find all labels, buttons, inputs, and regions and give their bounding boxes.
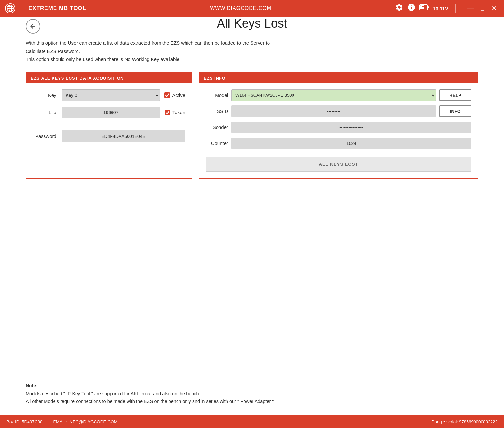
settings-icon[interactable]: [395, 3, 403, 13]
header-area: All Keys Lost: [26, 17, 478, 36]
maximize-button[interactable]: □: [479, 5, 486, 12]
svg-rect-6: [420, 5, 424, 9]
info-button[interactable]: INFO: [439, 105, 471, 117]
model-select[interactable]: W164 HSCAN KW2C3PE B500: [231, 89, 436, 101]
title-bar-right: 13.11V — □ ✕: [395, 3, 499, 13]
key-row: Key: Key 0 Key 1 Key 2 Active: [33, 89, 185, 101]
panels-row: EZS ALL KEYS LOST DATA ACQUISITION Key: …: [26, 72, 478, 179]
sonder-row: Sonder: [206, 122, 471, 133]
description-text: With this option the User can create a l…: [26, 39, 478, 63]
all-keys-lost-button[interactable]: ALL KEYS LOST: [206, 157, 471, 172]
app-name: EXTREME MB TOOL: [29, 5, 86, 12]
description-line3: This option should only be used when the…: [26, 56, 181, 62]
minimize-button[interactable]: —: [465, 5, 475, 12]
note-line2: All other Models require connections to …: [26, 399, 274, 404]
life-row: Life: Taken: [33, 107, 185, 118]
dongle-serial: Dongle serial: 9785690000002222: [432, 419, 498, 424]
title-bar-website: WWW.DIAGCODE.COM: [86, 5, 395, 11]
status-divider1: [48, 418, 48, 425]
counter-label: Counter: [206, 140, 228, 146]
right-panel: EZS INFO Model W164 HSCAN KW2C3PE B500 H…: [199, 72, 478, 179]
note-line1: Models described " IR Key Tool " are sup…: [26, 391, 200, 396]
life-input[interactable]: [62, 107, 160, 118]
help-button[interactable]: HELP: [439, 89, 471, 101]
box-id: Box ID: 5D497C30: [6, 419, 43, 424]
main-content: All Keys Lost With this option the User …: [0, 17, 504, 415]
model-label: Model: [206, 92, 228, 98]
page-title: All Keys Lost: [40, 17, 464, 30]
counter-row: Counter: [206, 138, 471, 149]
info-icon[interactable]: [407, 3, 416, 13]
title-bar-divider2: [455, 4, 456, 13]
status-email: EMAIL: INFO@DIAGCODE.COM: [53, 419, 421, 424]
sonder-label: Sonder: [206, 124, 228, 130]
active-checkbox-group: Active: [164, 92, 185, 98]
form-spacer: [33, 124, 185, 130]
life-label: Life:: [33, 110, 62, 115]
password-row: Password:: [33, 130, 185, 142]
description-line2: Calculate EZS Password.: [26, 48, 80, 54]
back-button[interactable]: [26, 19, 40, 34]
key-select[interactable]: Key 0 Key 1 Key 2: [62, 89, 160, 101]
taken-checkbox[interactable]: [165, 110, 170, 115]
note-text: Note: Models described " IR Key Tool " a…: [26, 382, 478, 406]
battery-icon: [419, 4, 429, 13]
left-panel-header: EZS ALL KEYS LOST DATA ACQUISITION: [26, 73, 192, 83]
globe-icon: [5, 3, 15, 13]
svg-rect-7: [427, 6, 429, 8]
taken-checkbox-group: Taken: [165, 110, 185, 115]
model-row: Model W164 HSCAN KW2C3PE B500 HELP: [206, 89, 471, 101]
title-bar-divider: [22, 4, 22, 13]
status-bar: Box ID: 5D497C30 EMAIL: INFO@DIAGCODE.CO…: [0, 415, 504, 428]
description-line1: With this option the User can create a l…: [26, 40, 270, 46]
active-checkbox[interactable]: [164, 92, 170, 98]
voltage-display: 13.11V: [433, 6, 448, 11]
window-controls: — □ ✕: [465, 5, 499, 12]
left-panel: EZS ALL KEYS LOST DATA ACQUISITION Key: …: [26, 72, 192, 179]
active-label: Active: [172, 92, 185, 98]
note-section: Note: Models described " IR Key Tool " a…: [26, 179, 478, 415]
left-panel-body: Key: Key 0 Key 1 Key 2 Active Life:: [26, 83, 192, 154]
ssid-label: SSID: [206, 108, 228, 114]
note-label: Note:: [26, 383, 37, 388]
ssid-row: SSID INFO: [206, 105, 471, 117]
title-bar-left: EXTREME MB TOOL: [5, 3, 86, 13]
sonder-input: [231, 122, 471, 133]
password-input[interactable]: [62, 130, 185, 142]
close-button[interactable]: ✕: [490, 5, 499, 12]
counter-input: [231, 138, 471, 149]
key-label: Key:: [33, 92, 62, 98]
taken-label: Taken: [172, 110, 185, 115]
status-divider2: [426, 418, 426, 425]
page-title-area: All Keys Lost: [40, 17, 464, 36]
ssid-input: [231, 105, 436, 117]
password-label: Password:: [33, 133, 62, 139]
right-panel-header: EZS INFO: [199, 73, 478, 83]
right-panel-body: Model W164 HSCAN KW2C3PE B500 HELP SSID …: [199, 83, 478, 178]
title-bar: EXTREME MB TOOL WWW.DIAGCODE.COM 13.11V: [0, 0, 504, 17]
